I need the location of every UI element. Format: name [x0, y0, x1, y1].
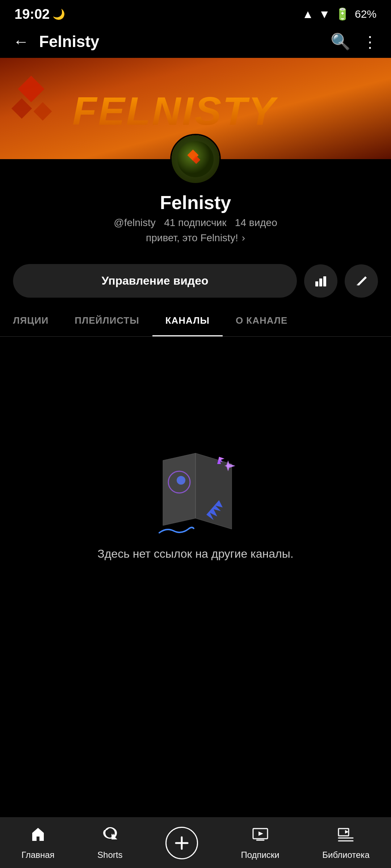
svg-rect-9 [319, 278, 322, 286]
nav-library-label: Библиотека [322, 850, 370, 860]
svg-marker-19 [219, 457, 224, 460]
shorts-icon [101, 826, 119, 847]
svg-marker-11 [163, 453, 196, 526]
wifi-icon: ▼ [319, 8, 330, 21]
battery-icon: 🔋 [335, 7, 350, 21]
empty-message: Здесь нет ссылок на другие каналы. [97, 547, 293, 561]
nav-shorts-label: Shorts [97, 850, 122, 860]
subscriptions-icon [252, 826, 269, 847]
channel-name: Felnisty [160, 192, 231, 213]
avatar-svg [177, 141, 214, 177]
manage-video-button[interactable]: Управление видео [13, 264, 297, 298]
signal-icon: ▲ [302, 8, 314, 21]
channel-meta: @felnisty 41 подписчик 14 видео [114, 217, 277, 229]
svg-point-15 [177, 476, 185, 485]
svg-marker-25 [258, 831, 263, 836]
tab-compilations[interactable]: ЛЯЦИИ [0, 305, 62, 336]
nav-left: ← Felnisty [13, 33, 99, 51]
edit-button[interactable] [345, 264, 378, 298]
page-title: Felnisty [39, 33, 99, 51]
channel-info: Felnisty @felnisty 41 подписчик 14 видео… [0, 159, 391, 257]
battery-percentage: 62% [355, 8, 377, 20]
status-time: 19:02 🌙 [14, 7, 65, 22]
nav-shorts[interactable]: Shorts [97, 826, 122, 860]
nav-subscriptions[interactable]: Подписки [241, 826, 279, 860]
top-nav: ← Felnisty 🔍 ⋮ [0, 25, 391, 58]
channel-description: привет, это Felnisty! › [146, 232, 245, 244]
tab-about[interactable]: О КАНАЛЕ [223, 305, 301, 336]
back-button[interactable]: ← [13, 33, 29, 51]
empty-illustration [134, 439, 257, 547]
channel-handle: @felnisty [114, 217, 156, 228]
nav-subscriptions-label: Подписки [241, 850, 279, 860]
nav-right: 🔍 ⋮ [331, 32, 378, 51]
svg-rect-8 [315, 281, 318, 286]
status-bar: 19:02 🌙 ▲ ▼ 🔋 62% [0, 0, 391, 25]
svg-text:FELNISTY: FELNISTY [72, 89, 278, 133]
tabs-container: ЛЯЦИИ ПЛЕЙЛИСТЫ КАНАЛЫ О КАНАЛЕ [0, 305, 391, 337]
status-icons: ▲ ▼ 🔋 62% [302, 7, 377, 21]
description-expand-icon[interactable]: › [242, 232, 245, 244]
channel-avatar [170, 134, 221, 184]
empty-state: Здесь нет ссылок на другие каналы. [0, 337, 391, 662]
nav-add[interactable] [165, 827, 198, 859]
svg-marker-12 [196, 453, 232, 529]
search-icon[interactable]: 🔍 [331, 32, 350, 51]
action-row: Управление видео [0, 257, 391, 305]
bottom-nav: Главная Shorts Подписки [0, 817, 391, 868]
svg-rect-10 [323, 276, 326, 286]
home-icon [29, 826, 47, 847]
more-options-icon[interactable]: ⋮ [362, 33, 378, 51]
add-icon [165, 827, 198, 859]
channel-videos: 14 видео [235, 217, 277, 228]
analytics-icon [314, 274, 328, 288]
analytics-button[interactable] [304, 264, 337, 298]
edit-icon [354, 274, 368, 288]
channel-subscribers: 41 подписчик [164, 217, 226, 228]
tab-playlists[interactable]: ПЛЕЙЛИСТЫ [62, 305, 152, 336]
nav-library[interactable]: Библиотека [322, 826, 370, 860]
tab-channels[interactable]: КАНАЛЫ [152, 305, 223, 336]
library-icon [337, 826, 354, 847]
nav-home-label: Главная [21, 850, 54, 860]
nav-home[interactable]: Главная [21, 826, 54, 860]
